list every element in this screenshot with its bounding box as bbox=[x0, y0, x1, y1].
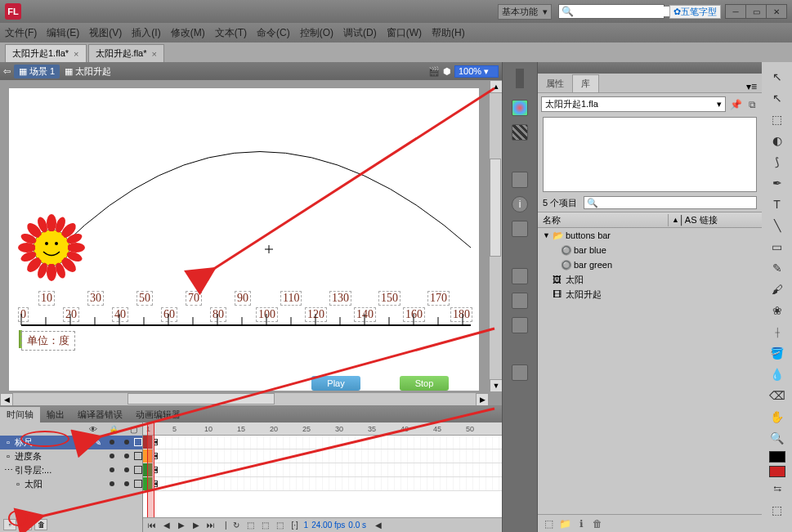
pen-tool[interactable]: ✒ bbox=[767, 173, 787, 193]
tab-compile-errors[interactable]: 编译器错误 bbox=[71, 407, 129, 422]
layer-row[interactable]: ▫ 进度条 bbox=[0, 449, 142, 463]
delete-layer-button[interactable]: 🗑 bbox=[34, 519, 47, 530]
next-frame-button[interactable]: ▶ bbox=[190, 520, 202, 531]
close-tab-icon[interactable]: × bbox=[74, 49, 78, 59]
line-tool[interactable]: ╲ bbox=[767, 216, 787, 235]
swatches-panel-icon[interactable] bbox=[512, 124, 528, 141]
rectangle-tool[interactable]: ▭ bbox=[767, 237, 787, 257]
menu-edit[interactable]: 编辑(E) bbox=[47, 26, 79, 40]
menu-insert[interactable]: 插入(I) bbox=[132, 26, 160, 40]
panel-toggle[interactable] bbox=[516, 69, 524, 88]
menu-help[interactable]: 帮助(H) bbox=[432, 26, 465, 40]
library-item[interactable]: 🔘 bar blue bbox=[538, 243, 762, 257]
zoom-tool[interactable]: 🔍 bbox=[767, 428, 787, 448]
transform-panel-icon[interactable] bbox=[512, 221, 528, 237]
swap-colors-button[interactable]: ⮀ bbox=[767, 479, 787, 498]
edit-symbol-icon[interactable]: ⬢ bbox=[443, 66, 451, 77]
menu-window[interactable]: 窗口(W) bbox=[387, 26, 422, 40]
ime-indicator[interactable]: ✿五笔字型 bbox=[669, 5, 721, 19]
play-button[interactable]: ▶ bbox=[176, 520, 187, 531]
column-aslink[interactable]: ▲│AS 链接 bbox=[669, 214, 718, 226]
symbol-breadcrumb[interactable]: ▦ 太阳升起 bbox=[65, 65, 111, 78]
menu-file[interactable]: 文件(F) bbox=[5, 26, 37, 40]
edit-scene-icon[interactable]: 🎬 bbox=[428, 66, 440, 77]
expand-arrow-icon[interactable]: ▼ bbox=[543, 231, 553, 239]
menu-modify[interactable]: 修改(M) bbox=[171, 26, 205, 40]
eye-icon[interactable]: 👁 bbox=[89, 425, 97, 434]
hand-tool[interactable]: ✋ bbox=[767, 407, 787, 427]
library-doc-selector[interactable]: 太阳升起1.fla▾ bbox=[541, 96, 726, 112]
selection-tool[interactable]: ↖ bbox=[767, 67, 787, 87]
frame-ruler[interactable]: 1 5 10 15 20 25 30 35 40 45 50 bbox=[143, 422, 502, 436]
eraser-tool[interactable]: ⌫ bbox=[767, 386, 787, 405]
menu-view[interactable]: 视图(V) bbox=[89, 26, 122, 40]
menu-text[interactable]: 文本(T) bbox=[215, 26, 247, 40]
free-transform-tool[interactable]: ⬚ bbox=[767, 110, 787, 129]
menu-control[interactable]: 控制(O) bbox=[300, 26, 333, 40]
brush-tool[interactable]: 🖌 bbox=[767, 279, 787, 299]
onion-outline-button[interactable]: ⬚ bbox=[260, 520, 271, 531]
panel-menu-icon[interactable]: ▾≡ bbox=[746, 81, 757, 92]
vertical-scrollbar[interactable]: ▲ ▼ bbox=[489, 80, 502, 392]
library-item-folder[interactable]: ▼ 📂 buttons bar bbox=[538, 228, 762, 243]
eyedropper-tool[interactable]: 💧 bbox=[767, 364, 787, 384]
properties-button[interactable]: ℹ bbox=[574, 517, 588, 530]
components-panel-icon[interactable] bbox=[512, 293, 528, 309]
menu-commands[interactable]: 命令(C) bbox=[257, 26, 290, 40]
scene-button[interactable]: ▦ 场景 1 bbox=[14, 65, 60, 78]
fill-color[interactable] bbox=[769, 466, 785, 477]
tab-timeline[interactable]: 时间轴 bbox=[0, 407, 40, 422]
close-tab-icon[interactable]: × bbox=[151, 49, 156, 59]
tab-output[interactable]: 输出 bbox=[40, 407, 71, 422]
outline-icon[interactable]: ▢ bbox=[130, 425, 137, 434]
code-panel-icon[interactable] bbox=[512, 268, 528, 284]
info-panel-icon[interactable]: i bbox=[512, 196, 528, 212]
project-panel-icon[interactable] bbox=[512, 364, 528, 381]
stage-canvas[interactable]: 10 30 50 70 90 110 130 150 170 0 20 40 6… bbox=[9, 88, 479, 391]
last-frame-button[interactable]: ⏭ bbox=[205, 520, 217, 531]
layer-row[interactable]: ⋯ 引导层:... bbox=[0, 463, 142, 477]
3d-rotation-tool[interactable]: ◐ bbox=[767, 131, 787, 150]
close-button[interactable]: ✕ bbox=[766, 4, 787, 19]
prev-frame-button[interactable]: ◀ bbox=[161, 520, 172, 531]
bone-tool[interactable]: ⟊ bbox=[767, 322, 787, 342]
library-item[interactable]: 🎞 太阳升起 bbox=[538, 287, 762, 302]
loop-button[interactable]: ↻ bbox=[230, 520, 242, 531]
tab-motion-editor[interactable]: 动画编辑器 bbox=[129, 407, 187, 422]
library-item[interactable]: 🔘 bar green bbox=[538, 257, 762, 272]
lasso-tool[interactable]: ⟆ bbox=[767, 152, 787, 172]
scroll-button[interactable]: ◀ bbox=[373, 520, 384, 531]
motion-presets-icon[interactable] bbox=[512, 317, 528, 333]
new-folder-button[interactable]: 📁 bbox=[557, 517, 572, 530]
column-name[interactable]: 名称 bbox=[538, 214, 669, 226]
lock-icon[interactable]: 🔒 bbox=[109, 425, 119, 434]
paint-bucket-tool[interactable]: 🪣 bbox=[767, 343, 787, 363]
subselection-tool[interactable]: ↖ bbox=[767, 88, 787, 108]
align-panel-icon[interactable] bbox=[512, 172, 528, 188]
first-frame-button[interactable]: ⏮ bbox=[146, 520, 158, 531]
document-tab[interactable]: 太阳升起.fla*× bbox=[88, 44, 164, 62]
marker-button[interactable]: [·] bbox=[289, 520, 301, 531]
library-item[interactable]: 🖼 太阳 bbox=[538, 272, 762, 287]
frames-area[interactable]: 1 5 10 15 20 25 30 35 40 45 50 bbox=[143, 422, 502, 532]
minimize-button[interactable]: ─ bbox=[725, 4, 746, 19]
deco-tool[interactable]: ❀ bbox=[767, 301, 787, 320]
delete-button[interactable]: 🗑 bbox=[590, 517, 605, 530]
tab-library[interactable]: 库 bbox=[572, 74, 599, 92]
library-search-input[interactable]: 🔍 bbox=[584, 196, 757, 209]
text-tool[interactable]: T bbox=[767, 194, 787, 214]
search-input[interactable]: 🔍 bbox=[558, 4, 664, 19]
layer-row[interactable]: ▫ 太阳 bbox=[0, 477, 142, 491]
zoom-selector[interactable]: 100% ▾ bbox=[454, 65, 499, 78]
snap-toggle[interactable]: ⬚ bbox=[767, 500, 787, 520]
workspace-selector[interactable]: 基本功能▾ bbox=[498, 4, 552, 20]
new-library-icon[interactable]: ⧉ bbox=[745, 98, 758, 111]
new-symbol-button[interactable]: ⬚ bbox=[541, 517, 556, 530]
stage-area[interactable]: 10 30 50 70 90 110 130 150 170 0 20 40 6… bbox=[0, 80, 502, 405]
pencil-tool[interactable]: ✎ bbox=[767, 258, 787, 278]
onion-skin-button[interactable]: ⬚ bbox=[245, 520, 257, 531]
horizontal-scrollbar[interactable]: ◀ ▶ bbox=[0, 392, 489, 405]
document-tab[interactable]: 太阳升起1.fla*× bbox=[5, 44, 87, 62]
back-arrow-icon[interactable]: ⇦ bbox=[3, 66, 11, 77]
stroke-color[interactable] bbox=[769, 451, 785, 463]
